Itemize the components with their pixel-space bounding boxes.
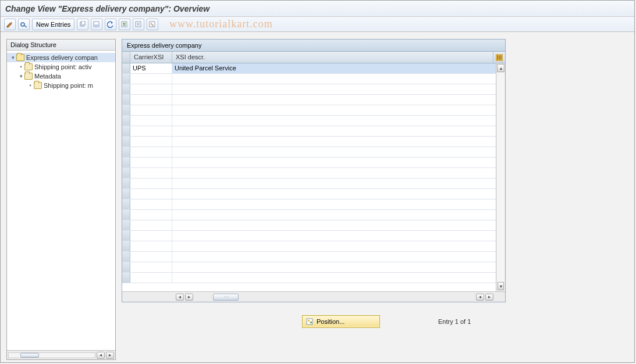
undo-button[interactable] [105, 19, 116, 30]
scroll-left-icon[interactable]: ◂ [97, 352, 105, 359]
row-selector[interactable] [122, 158, 130, 167]
cell-empty[interactable] [172, 199, 496, 209]
row-selector[interactable] [122, 252, 130, 262]
row-selector[interactable] [122, 220, 130, 230]
row-selector-header[interactable] [122, 52, 130, 63]
table-row-empty[interactable] [122, 241, 496, 252]
new-entries-button[interactable]: New Entries [32, 19, 74, 30]
tree-item-shipping-point-m[interactable]: • Shipping point: m [7, 81, 115, 90]
table-row-empty[interactable] [122, 137, 496, 147]
row-selector[interactable] [122, 63, 130, 73]
row-selector[interactable] [122, 210, 130, 220]
table-row-empty[interactable] [122, 189, 496, 199]
table-row-empty[interactable] [122, 168, 496, 179]
tree-item-express-delivery-company[interactable]: ▾ Express delivery compan [7, 53, 115, 62]
cell-empty[interactable] [172, 168, 496, 178]
cell-empty[interactable] [130, 116, 172, 126]
row-selector[interactable] [122, 137, 130, 147]
tree-horizontal-scrollbar[interactable]: ◂ ▸ [7, 350, 115, 359]
scroll-right-icon[interactable]: ▸ [485, 294, 493, 301]
cell-empty[interactable] [130, 241, 172, 251]
scrollbar-thumb[interactable]: ⋯ [213, 294, 239, 301]
cell-empty[interactable] [172, 241, 496, 251]
cell-empty[interactable] [172, 252, 496, 262]
cell-empty[interactable] [130, 95, 172, 105]
row-selector[interactable] [122, 199, 130, 209]
cell-empty[interactable] [130, 252, 172, 262]
cell-empty[interactable] [130, 137, 172, 147]
cell-empty[interactable] [172, 105, 496, 115]
tree-item-metadata[interactable]: ▾ Metadata [7, 72, 115, 81]
cell-empty[interactable] [172, 189, 496, 199]
table-row-empty[interactable] [122, 126, 496, 137]
scroll-right-icon[interactable]: ▸ [185, 294, 193, 301]
cell-empty[interactable] [172, 126, 496, 136]
cell-empty[interactable] [130, 126, 172, 136]
cell-empty[interactable] [172, 74, 496, 84]
table-row-empty[interactable] [122, 273, 496, 283]
row-selector[interactable] [122, 262, 130, 272]
cell-empty[interactable] [130, 84, 172, 94]
cell-empty[interactable] [130, 273, 172, 283]
collapse-icon[interactable]: ▾ [17, 73, 24, 79]
row-selector[interactable] [122, 84, 130, 94]
row-selector[interactable] [122, 241, 130, 251]
cell-empty[interactable] [130, 74, 172, 84]
table-row-empty[interactable] [122, 231, 496, 241]
copy-as-button[interactable] [77, 19, 88, 30]
cell-description[interactable]: United Parcel Service [172, 63, 496, 73]
toggle-display-change-button[interactable] [4, 19, 16, 30]
cell-empty[interactable] [172, 179, 496, 188]
cell-empty[interactable] [130, 179, 172, 188]
cell-empty[interactable] [130, 158, 172, 167]
table-row-empty[interactable] [122, 199, 496, 210]
deselect-all-button[interactable] [147, 19, 158, 30]
cell-empty[interactable] [130, 147, 172, 157]
row-selector[interactable] [122, 189, 130, 199]
cell-empty[interactable] [172, 262, 496, 272]
cell-empty[interactable] [172, 210, 496, 220]
scrollbar-track[interactable] [8, 352, 95, 358]
select-block-button[interactable] [133, 19, 144, 30]
cell-empty[interactable] [172, 116, 496, 126]
tree-item-shipping-point-active[interactable]: • Shipping point: activ [7, 62, 115, 72]
row-selector[interactable] [122, 74, 130, 84]
cell-empty[interactable] [172, 147, 496, 157]
other-view-button[interactable] [18, 19, 30, 30]
scroll-right-icon[interactable]: ▸ [106, 352, 114, 359]
table-row-empty[interactable] [122, 95, 496, 105]
table-row-empty[interactable] [122, 262, 496, 273]
cell-empty[interactable] [172, 137, 496, 147]
cell-empty[interactable] [130, 231, 172, 241]
cell-empty[interactable] [172, 95, 496, 105]
row-selector[interactable] [122, 116, 130, 126]
cell-empty[interactable] [130, 262, 172, 272]
grid-horizontal-scrollbar[interactable]: ◂ ▸ ⋯ ◂ ▸ [122, 291, 505, 302]
table-row-empty[interactable] [122, 252, 496, 262]
column-header-description[interactable]: XSI descr. [172, 52, 493, 63]
table-row-empty[interactable] [122, 74, 496, 84]
table-row-empty[interactable] [122, 220, 496, 231]
delete-button[interactable] [91, 19, 102, 30]
table-row-empty[interactable] [122, 147, 496, 158]
scroll-left-icon[interactable]: ◂ [176, 294, 184, 301]
scrollbar-track[interactable] [497, 73, 504, 282]
select-all-button[interactable] [119, 19, 130, 30]
table-row-empty[interactable] [122, 179, 496, 189]
cell-empty[interactable] [172, 273, 496, 283]
table-row-empty[interactable] [122, 105, 496, 116]
cell-empty[interactable] [130, 199, 172, 209]
cell-empty[interactable] [130, 105, 172, 115]
cell-empty[interactable] [172, 220, 496, 230]
cell-empty[interactable] [172, 158, 496, 167]
cell-empty[interactable] [130, 210, 172, 220]
cell-empty[interactable] [130, 189, 172, 199]
row-selector[interactable] [122, 147, 130, 157]
table-row[interactable]: UPS United Parcel Service [122, 63, 496, 74]
row-selector[interactable] [122, 95, 130, 105]
cell-empty[interactable] [172, 231, 496, 241]
collapse-icon[interactable]: ▾ [9, 55, 16, 60]
cell-empty[interactable] [130, 220, 172, 230]
scroll-up-icon[interactable]: ▴ [497, 64, 504, 72]
row-selector[interactable] [122, 179, 130, 188]
